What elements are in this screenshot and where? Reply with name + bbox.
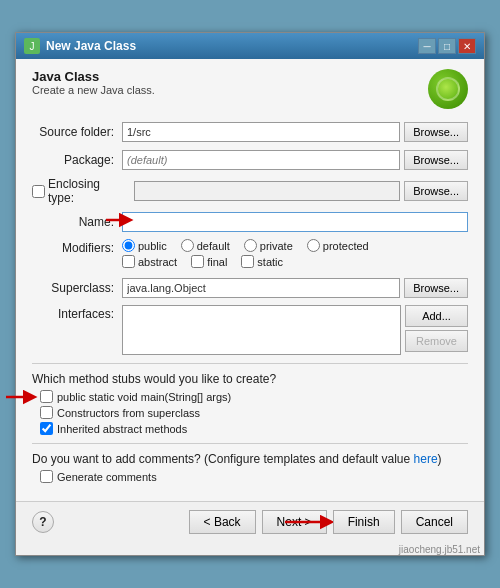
source-folder-browse-button[interactable]: Browse... — [404, 122, 468, 142]
dialog-window: J New Java Class ─ □ ✕ Java Class Create… — [15, 32, 485, 556]
stub-constructors-label: Constructors from superclass — [57, 407, 200, 419]
divider-1 — [32, 363, 468, 364]
finish-arrow — [283, 510, 333, 534]
title-bar: J New Java Class ─ □ ✕ — [16, 33, 484, 59]
section-header: Java Class Create a new Java class. — [32, 69, 155, 96]
stub-main-row: public static void main(String[] args) — [32, 390, 468, 403]
watermark: jiaocheng.jb51.net — [16, 542, 484, 555]
stubs-section: Which method stubs would you like to cre… — [32, 372, 468, 435]
dialog-content: Java Class Create a new Java class. Sour… — [16, 59, 484, 501]
header-area: Java Class Create a new Java class. — [32, 69, 468, 109]
name-row: Name: — [32, 211, 468, 233]
cancel-button[interactable]: Cancel — [401, 510, 468, 534]
enclosing-input[interactable] — [134, 181, 400, 201]
comments-title: Do you want to add comments? (Configure … — [32, 452, 468, 466]
comments-here-link[interactable]: here — [414, 452, 438, 466]
name-arrow — [104, 209, 134, 231]
enclosing-row: Enclosing type: Browse... — [32, 177, 468, 205]
remove-interface-button[interactable]: Remove — [405, 330, 468, 352]
close-button[interactable]: ✕ — [458, 38, 476, 54]
comments-section: Do you want to add comments? (Configure … — [32, 452, 468, 483]
interfaces-label: Interfaces: — [32, 305, 122, 321]
name-input[interactable] — [122, 212, 468, 232]
modifier-public-radio[interactable] — [122, 239, 135, 252]
main-arrow — [4, 386, 38, 408]
enclosing-type-label: Enclosing type: — [48, 177, 122, 205]
finish-button[interactable]: Finish — [333, 510, 395, 534]
modifiers-label: Modifiers: — [32, 239, 122, 255]
window-title: New Java Class — [46, 39, 136, 53]
modifier-private-radio[interactable] — [244, 239, 257, 252]
superclass-input[interactable] — [122, 278, 400, 298]
modifiers-options: public default private protected — [122, 239, 468, 271]
help-button[interactable]: ? — [32, 511, 54, 533]
modifiers-checkbox-row: abstract final static — [122, 255, 468, 268]
stub-main-label: public static void main(String[] args) — [57, 391, 231, 403]
bottom-bar: ? < Back Next > Finish Cancel — [16, 501, 484, 542]
source-folder-row: Source folder: Browse... — [32, 121, 468, 143]
eclipse-logo — [428, 69, 468, 109]
back-button[interactable]: < Back — [189, 510, 256, 534]
interfaces-row: Interfaces: Add... Remove — [32, 305, 468, 355]
add-interface-button[interactable]: Add... — [405, 305, 468, 327]
package-label: Package: — [32, 153, 122, 167]
superclass-label: Superclass: — [32, 281, 122, 295]
stub-constructors-checkbox[interactable] — [40, 406, 53, 419]
section-title: Java Class — [32, 69, 155, 84]
bottom-buttons: < Back Next > Finish Cancel — [189, 510, 468, 534]
title-bar-left: J New Java Class — [24, 38, 136, 54]
stub-inherited-row: Inherited abstract methods — [32, 422, 468, 435]
modifier-private[interactable]: private — [244, 239, 293, 252]
stub-main-checkbox[interactable] — [40, 390, 53, 403]
modifier-abstract-checkbox[interactable] — [122, 255, 135, 268]
modifiers-row: Modifiers: public default private — [32, 239, 468, 271]
stub-inherited-label: Inherited abstract methods — [57, 423, 187, 435]
superclass-browse-button[interactable]: Browse... — [404, 278, 468, 298]
interfaces-listbox[interactable] — [122, 305, 401, 355]
superclass-row: Superclass: Browse... — [32, 277, 468, 299]
stub-constructors-row: Constructors from superclass — [32, 406, 468, 419]
stub-inherited-checkbox[interactable] — [40, 422, 53, 435]
package-browse-button[interactable]: Browse... — [404, 150, 468, 170]
modifier-final-checkbox[interactable] — [191, 255, 204, 268]
modifiers-radio-row: public default private protected — [122, 239, 468, 252]
eclipse-logo-inner — [436, 77, 460, 101]
modifier-abstract[interactable]: abstract — [122, 255, 177, 268]
modifier-static[interactable]: static — [241, 255, 283, 268]
modifier-final[interactable]: final — [191, 255, 227, 268]
generate-comments-label: Generate comments — [57, 471, 157, 483]
generate-comments-checkbox[interactable] — [40, 470, 53, 483]
divider-2 — [32, 443, 468, 444]
maximize-button[interactable]: □ — [438, 38, 456, 54]
window-icon: J — [24, 38, 40, 54]
modifier-protected-radio[interactable] — [307, 239, 320, 252]
modifier-default[interactable]: default — [181, 239, 230, 252]
stubs-title: Which method stubs would you like to cre… — [32, 372, 468, 386]
source-folder-input[interactable] — [122, 122, 400, 142]
modifier-public[interactable]: public — [122, 239, 167, 252]
enclosing-browse-button[interactable]: Browse... — [404, 181, 468, 201]
minimize-button[interactable]: ─ — [418, 38, 436, 54]
generate-comments-row: Generate comments — [32, 470, 468, 483]
interfaces-buttons: Add... Remove — [405, 305, 468, 352]
source-folder-label: Source folder: — [32, 125, 122, 139]
package-row: Package: Browse... — [32, 149, 468, 171]
finish-btn-wrapper: Finish — [333, 510, 395, 534]
comments-title-prefix: Do you want to add comments? (Configure … — [32, 452, 414, 466]
package-input[interactable] — [122, 150, 400, 170]
modifier-default-radio[interactable] — [181, 239, 194, 252]
modifier-static-checkbox[interactable] — [241, 255, 254, 268]
enclosing-check-label: Enclosing type: — [32, 177, 130, 205]
comments-title-suffix: ) — [438, 452, 442, 466]
modifier-protected[interactable]: protected — [307, 239, 369, 252]
enclosing-checkbox[interactable] — [32, 185, 45, 198]
section-subtitle: Create a new Java class. — [32, 84, 155, 96]
title-bar-controls: ─ □ ✕ — [418, 38, 476, 54]
